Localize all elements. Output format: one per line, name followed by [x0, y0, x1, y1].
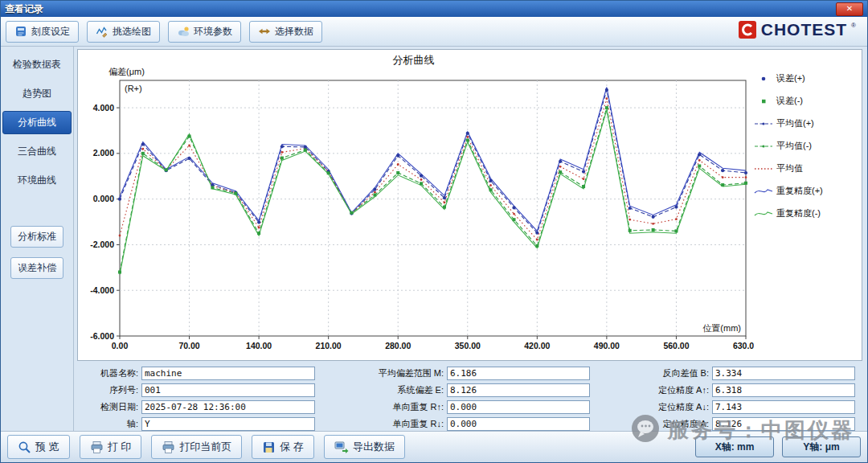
svg-text:350.00: 350.00: [455, 341, 481, 350]
form-input[interactable]: [141, 367, 315, 380]
form-label: 序列号:: [85, 384, 138, 396]
form-input[interactable]: [447, 400, 590, 414]
svg-text:0.000: 0.000: [93, 194, 114, 203]
legend-label: 平均值(+): [776, 117, 814, 129]
bottom-button-label: 打 印: [108, 440, 132, 454]
legend-swatch: [754, 187, 773, 195]
sidebar-action-button[interactable]: 分析标准: [10, 226, 63, 248]
svg-text:偏差(μm): 偏差(μm): [108, 67, 145, 76]
scale-settings-button[interactable]: 刻度设定: [6, 21, 79, 43]
titlebar: 查看记录 ✕: [1, 1, 867, 17]
form-label: 平均偏差范围 M:: [360, 367, 444, 379]
legend-swatch: [754, 165, 773, 173]
y-axis-unit-label: Y轴: μm: [803, 440, 839, 454]
legend-label: 误差(-): [776, 95, 803, 107]
form-input[interactable]: [712, 417, 855, 431]
bottom-toolbar-buttons: 预 览打 印打印当前页保 存导出数据: [7, 435, 405, 459]
form-input[interactable]: [141, 417, 315, 431]
form-area: 机器名称:序列号:检测日期:轴:平均偏差范围 M:系统偏差 E:单向重复 R↑:…: [74, 361, 867, 431]
x-axis-unit-label: X轴: mm: [715, 440, 755, 454]
form-input[interactable]: [447, 367, 590, 380]
form-input[interactable]: [141, 383, 315, 397]
sidebar-item[interactable]: 分析曲线: [2, 111, 72, 134]
legend-swatch: [754, 142, 773, 150]
bottom-button-label: 导出数据: [353, 440, 395, 454]
toolbar-buttons: 刻度设定挑选绘图环境参数选择数据: [6, 21, 322, 43]
svg-text:280.00: 280.00: [385, 341, 411, 350]
plot-pick-button[interactable]: 挑选绘图: [87, 21, 160, 43]
form-label: 单向重复 R↑:: [360, 401, 444, 413]
axis-unit-group: X轴: mm Y轴: μm: [695, 436, 861, 457]
sidebar-action-button[interactable]: 误差补偿: [10, 257, 63, 279]
form-label: 轴:: [85, 418, 138, 430]
select-data-icon: [258, 25, 271, 38]
sidebar: 检验数据表趋势图分析曲线三合曲线环境曲线 分析标准误差补偿: [1, 47, 74, 431]
legend-item: 误差(+): [754, 72, 862, 84]
form-label: 单向重复 R↓:: [360, 418, 444, 430]
svg-text:-2.000: -2.000: [90, 240, 114, 249]
print-page-icon: [162, 440, 175, 454]
form-input[interactable]: [712, 367, 855, 380]
content: 检验数据表趋势图分析曲线三合曲线环境曲线 分析标准误差补偿 分析曲线 0.007…: [1, 47, 867, 431]
form-group-0: 机器名称:序列号:检测日期:轴:: [85, 367, 315, 431]
sidebar-item[interactable]: 趋势图: [2, 82, 72, 105]
env-params-button[interactable]: 环境参数: [168, 21, 241, 43]
preview-icon: [18, 440, 31, 454]
close-button[interactable]: ✕: [836, 2, 863, 16]
legend-item: 重复精度(+): [754, 185, 862, 197]
form-label: 系统偏差 E:: [360, 384, 444, 396]
form-row: 反向差值 B:: [638, 367, 855, 380]
save-button[interactable]: 保 存: [252, 435, 314, 459]
legend-item: 平均值(+): [754, 117, 862, 129]
svg-text:2.000: 2.000: [93, 148, 114, 158]
form-input[interactable]: [447, 417, 590, 431]
chart-svg: 0.0070.00140.00210.00280.00350.00420.004…: [80, 64, 754, 359]
brand-registered-mark: ®: [851, 22, 856, 29]
print-icon: [90, 440, 104, 454]
sidebar-item[interactable]: 三合曲线: [2, 140, 72, 163]
svg-text:0.00: 0.00: [112, 341, 129, 350]
export-icon: [334, 440, 349, 454]
sidebar-items: 检验数据表趋势图分析曲线三合曲线环境曲线: [2, 53, 72, 192]
legend-swatch: [754, 75, 773, 83]
form-input[interactable]: [447, 383, 590, 397]
preview-button[interactable]: 预 览: [7, 435, 70, 459]
legend-swatch: [754, 210, 773, 218]
scale-settings-icon: [14, 25, 27, 38]
chart-legend: 误差(+)误差(-)平均值(+)平均值(-)平均值重复精度(+)重复精度(-): [754, 50, 862, 360]
legend-label: 平均值(-): [776, 140, 812, 152]
svg-text:420.00: 420.00: [524, 341, 550, 350]
brand-name: CHOTEST: [761, 20, 847, 39]
export-button[interactable]: 导出数据: [324, 435, 405, 459]
plot-pick-icon: [96, 25, 108, 38]
legend-item: 平均值: [754, 162, 862, 174]
toolbar-button-label: 挑选绘图: [113, 25, 151, 39]
form-row: 定位精度 A:: [638, 417, 855, 431]
form-label: 定位精度 A:: [638, 418, 709, 430]
sidebar-item[interactable]: 环境曲线: [2, 169, 72, 192]
svg-text:4.000: 4.000: [93, 103, 114, 113]
legend-item: 误差(-): [754, 95, 862, 107]
form-row: 检测日期:: [85, 400, 315, 414]
form-input[interactable]: [141, 400, 315, 414]
form-label: 检测日期:: [85, 401, 138, 413]
sidebar-item[interactable]: 检验数据表: [2, 53, 72, 76]
form-input[interactable]: [712, 400, 855, 414]
app-window: 查看记录 ✕ 刻度设定挑选绘图环境参数选择数据 CHOTEST ® 检验数据表趋…: [0, 0, 868, 463]
legend-item: 平均值(-): [754, 140, 862, 152]
form-label: 反向差值 B:: [638, 367, 709, 379]
form-label: 机器名称:: [85, 367, 138, 379]
bottom-button-label: 预 览: [35, 440, 59, 454]
y-axis-unit-button[interactable]: Y轴: μm: [782, 436, 861, 457]
print-page-button[interactable]: 打印当前页: [151, 435, 242, 459]
form-row: 系统偏差 E:: [360, 383, 590, 397]
legend-label: 重复精度(-): [776, 207, 821, 219]
form-row: 单向重复 R↑:: [360, 400, 590, 414]
toolbar-button-label: 刻度设定: [31, 25, 70, 39]
select-data-button[interactable]: 选择数据: [249, 21, 322, 43]
print-button[interactable]: 打 印: [80, 435, 142, 459]
x-axis-unit-button[interactable]: X轴: mm: [695, 436, 774, 457]
form-input[interactable]: [712, 383, 855, 397]
form-row: 序列号:: [85, 383, 315, 397]
svg-text:(R+): (R+): [125, 84, 142, 93]
